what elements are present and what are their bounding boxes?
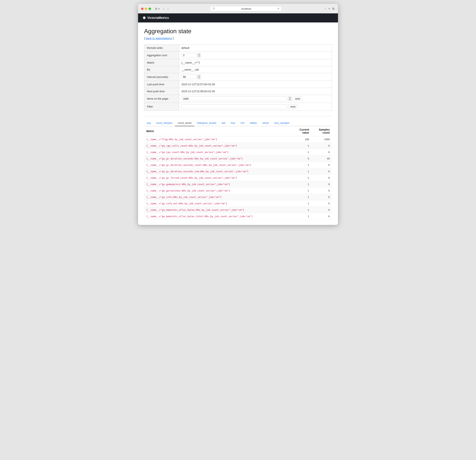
table-cell-current-value: 1: [292, 187, 311, 194]
table-cell-samples-count: 9: [311, 200, 332, 207]
back-button[interactable]: ‹: [162, 7, 165, 10]
tab-stddev[interactable]: stddev: [247, 120, 260, 126]
logo-icon: ❋: [143, 16, 146, 20]
info-label-by: By:: [144, 66, 179, 73]
table-row: {__name__="go_info:60s_by_job_count_seri…: [144, 194, 332, 200]
table-cell-current-value: 5: [292, 155, 311, 162]
metric-link[interactable]: {__name__="go_gc_duration_seconds_count:…: [146, 164, 251, 166]
breadcrumb: [ back to aggregations ]: [144, 37, 332, 40]
table-cell-samples-count: 9: [311, 174, 332, 181]
info-row-match: Match: {__name__!=""}: [144, 59, 332, 66]
table-cell-current-value: 1: [292, 200, 311, 207]
metric-link[interactable]: {__name__="go_memstats_alloc_bytes_total…: [146, 215, 253, 218]
info-row-page-size: Items on the page: ▲▼ apply: [144, 95, 332, 103]
table-row: {__name__="go_memstats_alloc_bytes_total…: [144, 213, 332, 219]
metric-link[interactable]: {__name__="go_gc_duration_seconds_sum:60…: [146, 170, 248, 173]
browser-chrome: ⊞ ∨ ‹ › 🛡 localhost ↺ ↑ + ⧉: [138, 4, 338, 13]
table-cell-metric: {__name__="flag:60s_by_job_count_series"…: [144, 136, 292, 142]
table-cell-metric: {__name__="go_cgo_calls_count:60s_by_job…: [144, 142, 292, 149]
info-label-last-push: Last push time:: [144, 81, 179, 88]
table-row: {__name__="go_cpu_count:60s_by_job_count…: [144, 149, 332, 155]
interval-spinner[interactable]: ▲▼: [197, 75, 201, 79]
table-cell-samples-count: 1959: [311, 136, 332, 142]
tab-max[interactable]: max: [228, 120, 238, 126]
tabs-button[interactable]: ⧉: [332, 6, 335, 11]
table-row: {__name__="go_gc_duration_seconds:60s_by…: [144, 155, 332, 162]
close-button[interactable]: [141, 8, 144, 10]
interval-input[interactable]: [181, 75, 196, 79]
back-to-aggregations-link[interactable]: back to aggregations: [145, 37, 172, 40]
address-bar[interactable]: 🛡 localhost ↺: [210, 6, 282, 11]
table-cell-samples-count: 9: [311, 162, 332, 168]
table-cell-metric: {__name__="go_goroutines:60s_by_job_coun…: [144, 187, 292, 194]
info-table: Remote write: default Aggregation num: ▲…: [144, 44, 332, 111]
info-label-remote-write: Remote write:: [144, 44, 179, 52]
shield-icon: 🛡: [212, 7, 215, 10]
metric-link[interactable]: {__name__="go_goroutines:60s_by_job_coun…: [146, 189, 230, 192]
metric-link[interactable]: {__name__="go_info_ext:60s_by_job_count_…: [146, 202, 227, 205]
metric-link[interactable]: {__name__="flag:60s_by_job_count_series"…: [146, 138, 217, 141]
table-cell-metric: {__name__="go_memstats_alloc_bytes_total…: [144, 213, 292, 219]
metric-link[interactable]: {__name__="go_cgo_calls_count:60s_by_job…: [146, 144, 237, 147]
info-row-last-push: Last push time: 2023-12-12T15:57:00+01:0…: [144, 81, 332, 88]
info-value-by: __name__, job: [179, 66, 332, 73]
logo-text: VictoriaMetrics: [147, 16, 169, 20]
page-size-apply-button[interactable]: apply: [293, 96, 303, 101]
info-value-filter: apply: [179, 103, 332, 111]
info-value-last-push: 2023-12-12T15:57:00+01:00: [179, 81, 332, 88]
address-bar-wrap: 🛡 localhost ↺: [171, 6, 321, 11]
forward-button[interactable]: ›: [167, 7, 170, 10]
table-cell-current-value: 1: [292, 207, 311, 213]
sidebar-toggle-button[interactable]: ⊞ ∨: [154, 7, 161, 10]
table-row: {__name__="go_gc_duration_seconds_count:…: [144, 162, 332, 168]
tab-count_series[interactable]: count_series: [175, 120, 194, 126]
info-label-match: Match:: [144, 59, 179, 66]
tab-stdvar[interactable]: stdvar: [260, 120, 272, 126]
table-row: {__name__="go_cgo_calls_count:60s_by_job…: [144, 142, 332, 149]
info-value-next-push: 2023-12-12T15:58:00+01:00: [179, 88, 332, 95]
traffic-lights: [141, 8, 151, 10]
table-cell-current-value: 1: [292, 181, 311, 187]
table-cell-current-value: 1: [292, 149, 311, 155]
tab-sum_samples[interactable]: sum_samples: [272, 120, 292, 126]
tab-count_samples[interactable]: count_samples: [153, 120, 175, 126]
maximize-button[interactable]: [149, 8, 151, 10]
info-row-aggregation-num: Aggregation num: ▲▼: [144, 52, 332, 59]
new-tab-button[interactable]: +: [328, 6, 331, 11]
metric-link[interactable]: {__name__="go_gomaxprocs:60s_by_job_coun…: [146, 183, 230, 186]
metric-link[interactable]: {__name__="go_cpu_count:60s_by_job_count…: [146, 151, 229, 154]
breadcrumb-prefix: [: [144, 37, 145, 40]
table-cell-metric: {__name__="go_gc_duration_seconds:60s_by…: [144, 155, 292, 162]
table-cell-metric: {__name__="go_info:60s_by_job_count_seri…: [144, 194, 292, 200]
tabs-row: avgcount_samplescount_serieshistogram_bu…: [144, 120, 332, 126]
filter-apply-button[interactable]: apply: [288, 104, 298, 109]
data-table: Metric Currentvalue Samplescount {__name…: [144, 126, 332, 220]
table-cell-samples-count: 9: [311, 142, 332, 149]
page-size-spinner[interactable]: ▲▼: [288, 96, 292, 101]
table-cell-current-value: 1: [292, 142, 311, 149]
aggregation-num-input[interactable]: [181, 53, 196, 57]
tab-min[interactable]: min: [238, 120, 247, 126]
aggregation-num-spinner[interactable]: ▲▼: [197, 53, 201, 58]
table-cell-samples-count: 9: [311, 207, 332, 213]
metric-link[interactable]: {__name__="go_info:60s_by_job_count_seri…: [146, 196, 221, 199]
metric-link[interactable]: {__name__="go_gc_duration_seconds:60s_by…: [146, 157, 243, 160]
browser-controls: ⊞ ∨ ‹ › 🛡 localhost ↺ ↑ + ⧉: [141, 6, 335, 11]
metric-link[interactable]: {__name__="go_memstats_alloc_bytes:60s_b…: [146, 208, 244, 211]
table-cell-metric: {__name__="go_info_ext:60s_by_job_count_…: [144, 200, 292, 207]
page-title: Aggregation state: [144, 28, 332, 35]
info-label-page-size: Items on the page:: [144, 95, 179, 103]
share-button[interactable]: ↑: [324, 6, 327, 11]
tab-avg[interactable]: avg: [144, 120, 153, 126]
reload-icon[interactable]: ↺: [277, 7, 279, 10]
info-label-next-push: Next push time:: [144, 88, 179, 95]
tab-histogram_bucket[interactable]: histogram_bucket: [194, 120, 219, 126]
page-size-input[interactable]: [181, 96, 287, 101]
filter-input[interactable]: [181, 104, 287, 109]
metric-link[interactable]: {__name__="go_gc_forced_count:60s_by_job…: [146, 176, 237, 179]
table-row: {__name__="go_gomaxprocs:60s_by_job_coun…: [144, 181, 332, 187]
col-header-samples-count: Samplescount: [311, 126, 332, 136]
minimize-button[interactable]: [145, 8, 147, 10]
tab-last[interactable]: last: [219, 120, 228, 126]
page-content: Aggregation state [ back to aggregations…: [138, 22, 338, 225]
